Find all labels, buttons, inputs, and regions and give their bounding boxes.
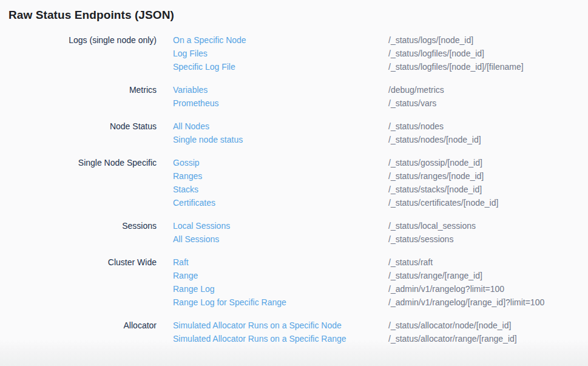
endpoint-link[interactable]: Ranges xyxy=(173,169,388,183)
endpoint-row: All Nodes/_status/nodes xyxy=(173,120,481,133)
endpoint-link[interactable]: Gossip xyxy=(173,156,388,169)
endpoint-link[interactable]: All Sessions xyxy=(173,232,388,246)
endpoint-section: Node StatusAll Nodes/_status/nodesSingle… xyxy=(0,120,588,146)
category-label: Allocator xyxy=(0,319,157,332)
endpoint-path: /_status/allocator/range/[range_id] xyxy=(388,332,517,345)
endpoint-link[interactable]: Range Log xyxy=(173,282,388,296)
endpoint-link[interactable]: Simulated Allocator Runs on a Specific N… xyxy=(173,319,388,332)
endpoint-path: /_status/vars xyxy=(388,97,436,110)
endpoint-link[interactable]: Certificates xyxy=(173,196,388,209)
endpoint-path: /_status/logs/[node_id] xyxy=(388,33,473,47)
endpoint-link[interactable]: Raft xyxy=(173,256,388,269)
endpoint-path: /_status/stacks/[node_id] xyxy=(388,183,482,196)
endpoint-row: All Sessions/_status/sessions xyxy=(173,232,476,246)
endpoint-path: /_status/certificates/[node_id] xyxy=(388,196,498,209)
endpoint-link[interactable]: Range xyxy=(173,269,388,282)
endpoint-row: Prometheus/_status/vars xyxy=(173,97,444,110)
endpoint-path: /_status/range/[range_id] xyxy=(388,269,482,282)
endpoint-link[interactable]: Log Files xyxy=(173,47,388,60)
endpoint-row: On a Specific Node/_status/logs/[node_id… xyxy=(173,33,524,47)
endpoint-link[interactable]: All Nodes xyxy=(173,120,388,133)
endpoint-row: Range Log for Specific Range/_admin/v1/r… xyxy=(173,296,544,309)
raw-status-endpoints-page: Raw Status Endpoints (JSON) Logs (single… xyxy=(0,0,588,345)
endpoint-link[interactable]: Single node status xyxy=(173,133,388,146)
endpoint-link[interactable]: Variables xyxy=(173,83,388,97)
endpoint-link[interactable]: Local Sessions xyxy=(173,219,388,232)
endpoint-link[interactable]: Specific Log File xyxy=(173,60,388,73)
endpoint-link[interactable]: Prometheus xyxy=(173,97,388,110)
endpoint-row: Range/_status/range/[range_id] xyxy=(173,269,544,282)
endpoint-path: /_status/sessions xyxy=(388,232,453,246)
endpoint-link[interactable]: Stacks xyxy=(173,183,388,196)
endpoint-row: Single node status/_status/nodes/[node_i… xyxy=(173,133,481,146)
endpoint-rows: Gossip/_status/gossip/[node_id]Ranges/_s… xyxy=(173,156,498,209)
endpoint-path: /_admin/v1/rangelog?limit=100 xyxy=(388,282,504,296)
category-label: Node Status xyxy=(0,120,157,133)
category-label: Single Node Specific xyxy=(0,156,157,169)
endpoint-row: Simulated Allocator Runs on a Specific N… xyxy=(173,319,517,332)
endpoint-row: Ranges/_status/ranges/[node_id] xyxy=(173,169,498,183)
endpoint-row: Certificates/_status/certificates/[node_… xyxy=(173,196,498,209)
endpoint-rows: On a Specific Node/_status/logs/[node_id… xyxy=(173,33,524,73)
endpoint-section: Single Node SpecificGossip/_status/gossi… xyxy=(0,156,588,209)
endpoint-row: Gossip/_status/gossip/[node_id] xyxy=(173,156,498,169)
endpoint-path: /_status/gossip/[node_id] xyxy=(388,156,482,169)
endpoint-section: SessionsLocal Sessions/_status/local_ses… xyxy=(0,219,588,246)
page-title: Raw Status Endpoints (JSON) xyxy=(8,7,588,23)
endpoint-section: Cluster WideRaft/_status/raftRange/_stat… xyxy=(0,256,588,309)
endpoint-path: /_status/raft xyxy=(388,256,433,269)
endpoint-row: Log Files/_status/logfiles/[node_id] xyxy=(173,47,524,60)
endpoint-row: Range Log/_admin/v1/rangelog?limit=100 xyxy=(173,282,544,296)
endpoint-rows: Simulated Allocator Runs on a Specific N… xyxy=(173,319,517,345)
endpoint-link[interactable]: On a Specific Node xyxy=(173,33,388,47)
endpoint-path: /_admin/v1/rangelog/[range_id]?limit=100 xyxy=(388,296,544,309)
endpoint-section: AllocatorSimulated Allocator Runs on a S… xyxy=(0,319,588,345)
endpoint-row: Variables/debug/metrics xyxy=(173,83,444,97)
endpoint-path: /_status/logfiles/[node_id] xyxy=(388,47,484,60)
endpoint-row: Stacks/_status/stacks/[node_id] xyxy=(173,183,498,196)
category-label: Logs (single node only) xyxy=(0,33,157,47)
endpoint-path: /_status/ranges/[node_id] xyxy=(388,169,484,183)
endpoint-row: Specific Log File/_status/logfiles/[node… xyxy=(173,60,524,73)
category-label: Cluster Wide xyxy=(0,256,157,269)
category-label: Metrics xyxy=(0,83,157,97)
endpoint-link[interactable]: Range Log for Specific Range xyxy=(173,296,388,309)
endpoint-link[interactable]: Simulated Allocator Runs on a Specific R… xyxy=(173,332,388,345)
endpoint-section: MetricsVariables/debug/metricsPrometheus… xyxy=(0,83,588,110)
endpoint-path: /_status/nodes xyxy=(388,120,444,133)
endpoint-section: Logs (single node only)On a Specific Nod… xyxy=(0,33,588,73)
endpoint-path: /_status/nodes/[node_id] xyxy=(388,133,481,146)
endpoint-path: /debug/metrics xyxy=(388,83,444,97)
endpoint-row: Local Sessions/_status/local_sessions xyxy=(173,219,476,232)
endpoint-path: /_status/logfiles/[node_id]/[filename] xyxy=(388,60,524,73)
endpoint-row: Raft/_status/raft xyxy=(173,256,544,269)
endpoint-sections: Logs (single node only)On a Specific Nod… xyxy=(0,33,588,345)
endpoint-path: /_status/allocator/node/[node_id] xyxy=(388,319,511,332)
endpoint-path: /_status/local_sessions xyxy=(388,219,476,232)
endpoint-row: Simulated Allocator Runs on a Specific R… xyxy=(173,332,517,345)
endpoint-rows: Variables/debug/metricsPrometheus/_statu… xyxy=(173,83,444,110)
category-label: Sessions xyxy=(0,219,157,232)
endpoint-rows: Local Sessions/_status/local_sessionsAll… xyxy=(173,219,476,246)
endpoint-rows: All Nodes/_status/nodesSingle node statu… xyxy=(173,120,481,146)
endpoint-rows: Raft/_status/raftRange/_status/range/[ra… xyxy=(173,256,544,309)
